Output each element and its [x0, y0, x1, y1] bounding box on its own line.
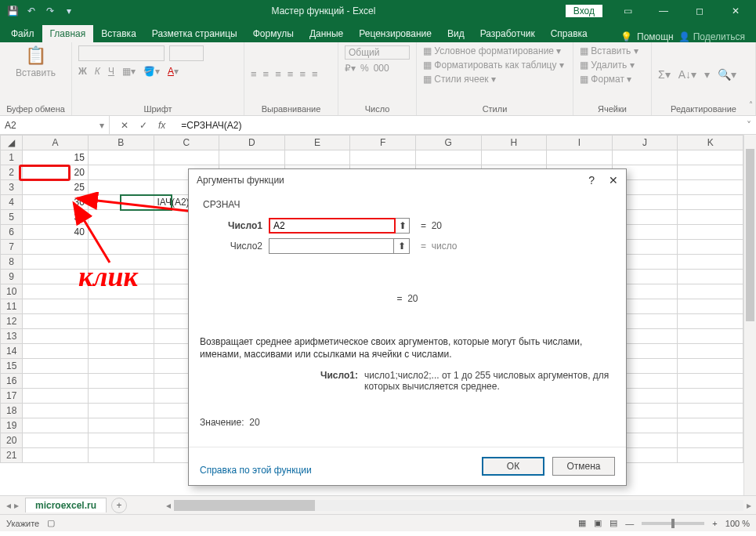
cell[interactable] — [88, 389, 154, 404]
tab-view[interactable]: Вид — [439, 25, 472, 42]
cell[interactable] — [481, 150, 547, 165]
column-header[interactable]: I — [547, 136, 613, 150]
cell[interactable] — [678, 195, 743, 210]
close-icon[interactable]: ✕ — [718, 0, 753, 22]
cell[interactable] — [678, 404, 743, 418]
qat-customize-icon[interactable]: ▾ — [61, 3, 77, 19]
cell[interactable] — [678, 329, 743, 344]
row-header[interactable]: 14 — [1, 344, 23, 359]
cell[interactable] — [88, 418, 154, 433]
cell[interactable] — [23, 299, 89, 314]
tab-formulas[interactable]: Формулы — [245, 25, 302, 42]
bold-button[interactable]: Ж — [78, 66, 87, 77]
save-icon[interactable]: 💾 — [5, 3, 20, 19]
select-all-cell[interactable]: ◢ — [1, 136, 23, 150]
sheet-nav-next-icon[interactable]: ▸ — [14, 500, 19, 511]
cell[interactable] — [23, 389, 89, 404]
cell[interactable]: 25 — [23, 180, 89, 195]
column-header[interactable]: B — [88, 136, 154, 150]
tab-data[interactable]: Данные — [302, 25, 351, 42]
sheet-nav-prev-icon[interactable]: ◂ — [6, 500, 11, 511]
font-size-combo[interactable] — [169, 45, 204, 61]
row-header[interactable]: 18 — [1, 404, 23, 418]
row-header[interactable]: 10 — [1, 284, 23, 299]
column-header[interactable]: J — [612, 136, 678, 150]
align-mid-icon[interactable]: ≡ — [263, 68, 269, 80]
cell[interactable] — [23, 329, 89, 344]
cell[interactable] — [678, 389, 743, 404]
cell[interactable] — [678, 150, 743, 165]
cell[interactable] — [284, 150, 350, 165]
column-header[interactable]: D — [219, 136, 285, 150]
cell[interactable] — [678, 270, 743, 284]
zoom-slider[interactable] — [642, 522, 704, 525]
find-icon[interactable]: 🔍▾ — [718, 68, 736, 81]
cell[interactable] — [88, 150, 154, 165]
align-left-icon[interactable]: ≡ — [288, 68, 294, 80]
cell[interactable] — [678, 418, 743, 433]
cell[interactable]: 40 — [23, 225, 89, 240]
align-right-icon[interactable]: ≡ — [312, 68, 318, 80]
column-header[interactable]: G — [415, 136, 481, 150]
font-color-button[interactable]: A▾ — [168, 66, 179, 77]
cell[interactable] — [88, 195, 154, 210]
tab-insert[interactable]: Вставка — [93, 25, 144, 42]
maximize-icon[interactable]: ◻ — [682, 0, 717, 22]
fx-icon[interactable]: fx — [158, 120, 165, 131]
view-page-layout-icon[interactable]: ▣ — [594, 518, 602, 528]
cell[interactable] — [88, 299, 154, 314]
row-header[interactable]: 6 — [1, 225, 23, 240]
delete-cells-button[interactable]: ▦ Удалить ▾ — [580, 60, 635, 71]
row-header[interactable]: 1 — [1, 150, 23, 165]
column-header[interactable]: F — [350, 136, 416, 150]
cell[interactable] — [88, 404, 154, 418]
cell[interactable] — [678, 180, 743, 195]
cell[interactable]: 35 — [23, 210, 89, 225]
cell[interactable] — [88, 374, 154, 389]
cell[interactable] — [678, 374, 743, 389]
cell[interactable] — [23, 374, 89, 389]
row-header[interactable]: 12 — [1, 314, 23, 329]
cell[interactable] — [678, 433, 743, 448]
arg2-range-picker-icon[interactable]: ⬆ — [394, 238, 410, 254]
sort-filter-icon[interactable]: A↓▾ — [678, 68, 696, 81]
cell[interactable] — [219, 150, 285, 165]
cell[interactable] — [678, 284, 743, 299]
expand-formula-bar-icon[interactable]: ˅ — [742, 120, 756, 131]
cell[interactable] — [88, 314, 154, 329]
cell[interactable] — [678, 210, 743, 225]
align-top-icon[interactable]: ≡ — [251, 68, 257, 80]
currency-icon[interactable]: ₽▾ — [345, 63, 356, 74]
vertical-scrollbar[interactable] — [743, 135, 756, 495]
row-header[interactable]: 7 — [1, 240, 23, 255]
number-format-combo[interactable]: Общий — [345, 45, 410, 60]
font-name-combo[interactable] — [78, 45, 165, 61]
arg1-input[interactable] — [269, 218, 396, 234]
fill-icon[interactable]: ▾ — [704, 68, 710, 81]
share-button[interactable]: 👤 Поделиться — [678, 31, 745, 42]
macro-record-icon[interactable]: ▢ — [47, 518, 55, 528]
row-header[interactable]: 13 — [1, 329, 23, 344]
cell[interactable] — [88, 329, 154, 344]
align-bot-icon[interactable]: ≡ — [275, 68, 281, 80]
paste-button[interactable]: 📋 — [25, 45, 46, 66]
sheet-tab[interactable]: microexcel.ru — [25, 498, 107, 512]
collapse-ribbon-icon[interactable]: ˄ — [749, 100, 753, 109]
cell[interactable] — [678, 240, 743, 255]
percent-icon[interactable]: % — [360, 63, 369, 74]
cell[interactable] — [23, 240, 89, 255]
comma-icon[interactable]: 000 — [374, 63, 389, 74]
cell[interactable] — [23, 344, 89, 359]
cell[interactable] — [678, 344, 743, 359]
horizontal-scrollbar[interactable]: ◂ ▸ — [127, 500, 756, 511]
cell[interactable] — [23, 448, 89, 463]
row-header[interactable]: 5 — [1, 210, 23, 225]
tell-me-icon[interactable]: 💡 — [620, 31, 632, 42]
cell[interactable] — [678, 299, 743, 314]
view-page-break-icon[interactable]: ▤ — [610, 518, 617, 528]
align-center-icon[interactable]: ≡ — [299, 68, 306, 80]
cell[interactable] — [23, 359, 89, 374]
view-normal-icon[interactable]: ▦ — [578, 518, 586, 528]
tab-file[interactable]: Файл — [3, 25, 42, 42]
zoom-in-icon[interactable]: + — [712, 519, 717, 528]
